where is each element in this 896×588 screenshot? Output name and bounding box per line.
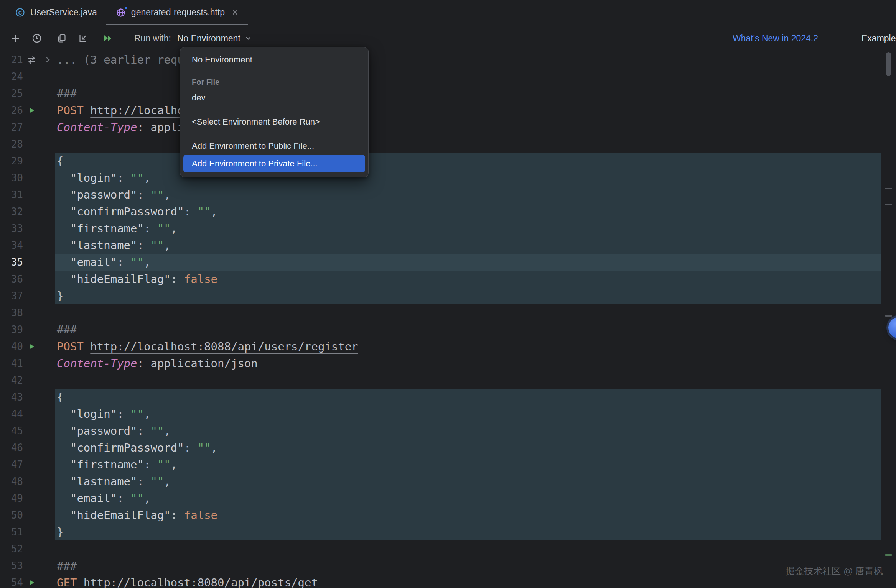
code-text[interactable]	[55, 136, 881, 153]
code-text[interactable]: "lastname": "",	[55, 237, 881, 254]
code-text[interactable]	[55, 372, 881, 389]
code-token[interactable]: ""	[130, 407, 144, 420]
code-token[interactable]	[57, 424, 70, 437]
menu-item-add-environment-to-public-file[interactable]: Add Environment to Public File...	[180, 137, 368, 155]
tab-generated-requests-http[interactable]: generated-requests.http	[106, 0, 248, 25]
code-token[interactable]	[57, 458, 70, 471]
code-token[interactable]: :	[117, 256, 130, 269]
code-token[interactable]: :	[117, 171, 130, 184]
code-token[interactable]: ,	[211, 441, 217, 454]
tab-userservice-java[interactable]: C UserService.java	[5, 0, 106, 25]
code-text[interactable]: "firstname": "",	[55, 456, 881, 473]
code-text[interactable]: ###	[55, 85, 881, 102]
code-token[interactable]	[57, 492, 70, 505]
code-token[interactable]: ""	[150, 424, 164, 437]
environment-select[interactable]: No Environment	[177, 33, 252, 44]
history-button[interactable]	[30, 31, 44, 45]
code-token[interactable]: POST	[57, 104, 90, 117]
code-token[interactable]: ""	[157, 458, 171, 471]
code-token[interactable]	[57, 273, 70, 286]
code-token[interactable]: "hideEmailFlag"	[70, 509, 171, 522]
code-token[interactable]: "password"	[70, 424, 137, 437]
code-text[interactable]	[55, 304, 881, 321]
code-text[interactable]: "lastname": "",	[55, 473, 881, 490]
swap-arrows-icon[interactable]	[23, 56, 40, 64]
code-token[interactable]: :	[171, 273, 184, 286]
code-text[interactable]: ###	[55, 557, 881, 574]
code-token[interactable]: Content-Type	[57, 121, 137, 134]
code-token[interactable]: false	[184, 509, 217, 522]
code-text[interactable]: POST http://localhost:8088/api/users/reg…	[55, 338, 881, 355]
code-token[interactable]: ""	[198, 441, 211, 454]
code-text[interactable]: "confirmPassword": "",	[55, 439, 881, 456]
code-text[interactable]: "email": "",	[55, 490, 881, 507]
code-token[interactable]: "firstname"	[70, 458, 144, 471]
code-token[interactable]: ,	[171, 458, 177, 471]
code-token[interactable]: ""	[130, 492, 144, 505]
code-token[interactable]	[57, 188, 70, 201]
code-token[interactable]: :	[144, 222, 157, 235]
code-token[interactable]: "login"	[70, 171, 117, 184]
code-text[interactable]: "password": "",	[55, 422, 881, 439]
code-token[interactable]: http://localhost:8080/api/posts/get	[84, 576, 318, 588]
code-token[interactable]	[57, 171, 70, 184]
code-text[interactable]: GET http://localhost:8080/api/posts/get	[55, 574, 881, 588]
import-button[interactable]	[76, 31, 90, 45]
menu-item-no-environment[interactable]: No Environment	[180, 51, 368, 69]
code-token[interactable]: false	[184, 273, 217, 286]
code-token[interactable]: ,	[164, 424, 170, 437]
code-token[interactable]: Content-Type	[57, 357, 137, 370]
code-token[interactable]: application/json	[150, 357, 257, 370]
code-text[interactable]: "login": "",	[55, 169, 881, 186]
code-token[interactable]: :	[117, 407, 130, 420]
code-text[interactable]: "confirmPassword": "",	[55, 203, 881, 220]
code-text[interactable]: ###	[55, 321, 881, 338]
code-token[interactable]: ###	[57, 323, 77, 336]
code-token[interactable]: ,	[144, 492, 150, 505]
code-text[interactable]	[55, 540, 881, 557]
code-text[interactable]: "hideEmailFlag": false	[55, 507, 881, 524]
code-token[interactable]	[57, 475, 70, 488]
code-token[interactable]: :	[137, 475, 151, 488]
code-token[interactable]: ""	[198, 205, 211, 218]
code-token[interactable]: ""	[150, 188, 164, 201]
code-token[interactable]: :	[184, 441, 198, 454]
code-token[interactable]: :	[137, 188, 151, 201]
code-token[interactable]: :	[184, 205, 198, 218]
code-token[interactable]	[57, 407, 70, 420]
code-text[interactable]: }	[55, 524, 881, 540]
code-token[interactable]: {	[57, 391, 63, 404]
editor[interactable]: 21... (3 earlier requests)2425###26POST …	[0, 51, 881, 588]
copy-button[interactable]	[55, 31, 69, 45]
code-token[interactable]: "lastname"	[70, 239, 137, 252]
code-token[interactable]: GET	[57, 576, 84, 588]
code-text[interactable]: Content-Type: application/json	[55, 355, 881, 372]
code-token[interactable]: }	[57, 526, 63, 539]
code-text[interactable]: ... (3 earlier requests)	[55, 51, 881, 68]
code-token[interactable]: ,	[171, 222, 177, 235]
code-token[interactable]: ,	[144, 407, 150, 420]
code-token[interactable]: "lastname"	[70, 475, 137, 488]
code-token[interactable]: "email"	[70, 256, 117, 269]
run-request-icon[interactable]	[23, 106, 40, 115]
code-token[interactable]: ###	[57, 559, 77, 572]
code-token[interactable]: :	[137, 357, 151, 370]
code-token[interactable]: :	[144, 458, 157, 471]
code-token[interactable]: ""	[157, 222, 171, 235]
code-token[interactable]: :	[137, 239, 151, 252]
code-token[interactable]: "login"	[70, 407, 117, 420]
code-token[interactable]: "firstname"	[70, 222, 144, 235]
code-token[interactable]: ""	[130, 171, 144, 184]
code-token[interactable]: ,	[144, 171, 150, 184]
code-token[interactable]: POST	[57, 340, 90, 353]
code-token[interactable]: ,	[144, 256, 150, 269]
whats-new-link[interactable]: What's New in 2024.2	[733, 33, 818, 44]
scrollbar-thumb[interactable]	[886, 52, 891, 76]
code-text[interactable]: Content-Type: application/json	[55, 119, 881, 136]
code-text[interactable]: }	[55, 287, 881, 304]
code-text[interactable]: {	[55, 389, 881, 406]
code-token[interactable]: ""	[130, 256, 144, 269]
examples-button[interactable]: Examples	[861, 33, 896, 44]
close-icon[interactable]	[231, 9, 239, 16]
code-token[interactable]: {	[57, 154, 63, 168]
